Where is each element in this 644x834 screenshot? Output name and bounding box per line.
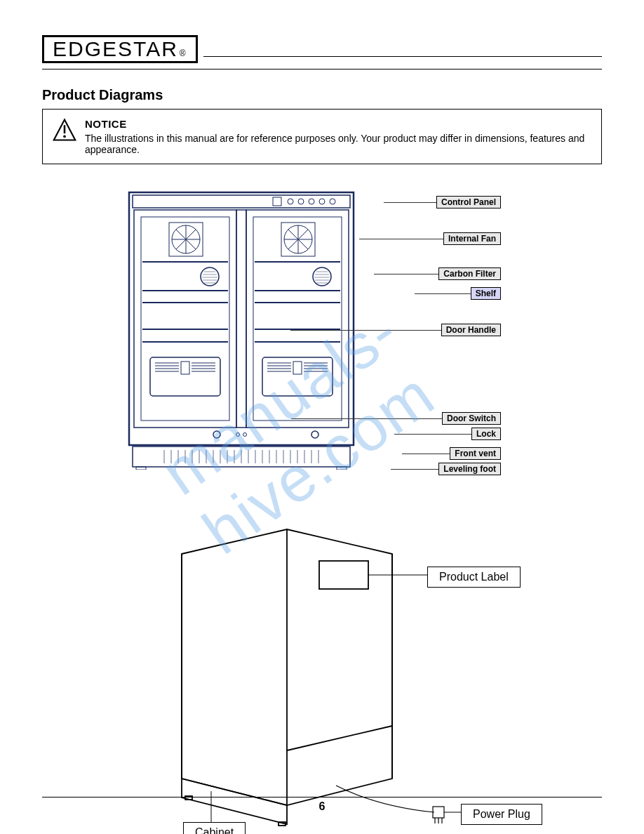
label-cabinet: Cabinet <box>183 822 246 834</box>
svg-rect-51 <box>181 362 189 374</box>
callout-leveling-foot: Leveling foot <box>347 463 501 475</box>
label-product-label: Product Label <box>427 567 521 588</box>
svg-rect-14 <box>141 217 229 421</box>
svg-point-90 <box>236 433 240 437</box>
header-bar: EDGESTAR ® <box>42 35 602 63</box>
label-door-handle: Door Handle <box>441 324 501 336</box>
label-carbon-filter: Carbon Filter <box>438 267 501 280</box>
header-rule <box>203 56 602 57</box>
callout-internal-fan: Internal Fan <box>315 232 501 245</box>
label-door-switch: Door Switch <box>442 412 501 425</box>
svg-point-62 <box>213 431 220 438</box>
svg-point-8 <box>309 199 314 204</box>
label-shelf: Shelf <box>471 287 501 300</box>
callout-lock: Lock <box>318 428 501 440</box>
registered-icon: ® <box>180 49 187 58</box>
notice-text: NOTICE The illustrations in this manual … <box>85 118 591 155</box>
label-control-panel: Control Panel <box>436 196 501 208</box>
svg-rect-4 <box>133 195 350 208</box>
brand-logo: EDGESTAR ® <box>42 35 198 63</box>
label-front-vent: Front vent <box>450 447 501 460</box>
svg-point-2 <box>63 135 66 138</box>
svg-rect-61 <box>293 362 302 374</box>
page-container: EDGESTAR ® Product Diagrams NOTICE The i… <box>0 0 644 834</box>
section-title: Product Diagrams <box>42 87 602 103</box>
svg-point-9 <box>319 199 325 204</box>
callout-shelf: Shelf <box>340 287 501 300</box>
page-number: 6 <box>319 800 326 813</box>
label-leveling-foot: Leveling foot <box>438 463 501 475</box>
svg-point-63 <box>311 431 318 438</box>
svg-rect-97 <box>433 807 444 818</box>
svg-point-10 <box>330 199 335 204</box>
label-lock: Lock <box>471 428 501 440</box>
footer-rule <box>42 797 602 797</box>
svg-rect-15 <box>253 217 342 421</box>
svg-rect-3 <box>129 192 354 445</box>
back-unit-illustration <box>126 512 518 834</box>
label-power-plug: Power Plug <box>461 804 542 825</box>
svg-point-91 <box>243 433 247 437</box>
callout-door-handle: Door Handle <box>245 324 501 336</box>
callout-front-vent: Front vent <box>347 447 501 460</box>
callout-control-panel: Control Panel <box>340 196 501 208</box>
label-internal-fan: Internal Fan <box>443 232 501 245</box>
callout-door-switch: Door Switch <box>245 412 501 425</box>
warning-triangle-icon <box>53 118 76 142</box>
svg-rect-1 <box>64 125 66 133</box>
back-diagram: Product Label Cabinet Power Plug <box>126 512 518 834</box>
notice-body: The illustrations in this manual are for… <box>85 133 591 155</box>
front-diagram: Control Panel Internal Fan Carbon Filter… <box>126 189 518 498</box>
svg-point-6 <box>288 199 293 204</box>
header-underline <box>42 69 602 70</box>
brand-text: EDGESTAR <box>53 39 178 60</box>
svg-rect-11 <box>236 210 246 428</box>
callout-carbon-filter: Carbon Filter <box>329 267 501 280</box>
notice-title: NOTICE <box>85 118 591 130</box>
notice-box: NOTICE The illustrations in this manual … <box>42 109 602 164</box>
svg-rect-92 <box>319 561 368 589</box>
svg-rect-5 <box>273 197 281 206</box>
svg-point-7 <box>298 199 304 204</box>
svg-rect-12 <box>134 210 236 428</box>
